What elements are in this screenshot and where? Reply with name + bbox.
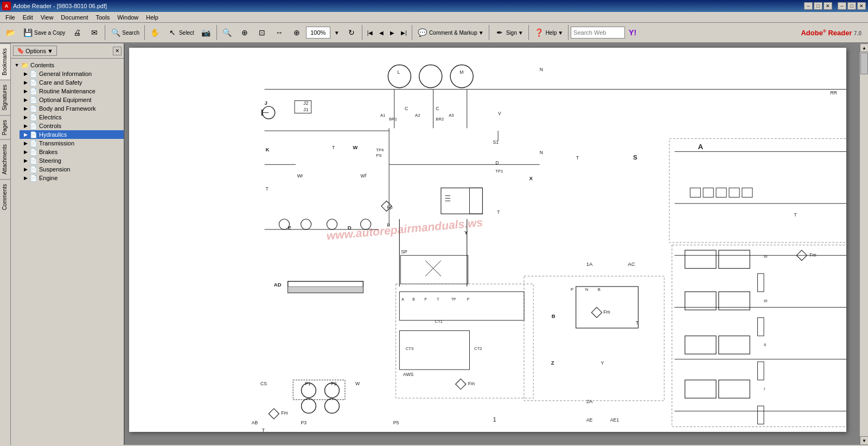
svg-text:T: T xyxy=(497,209,500,215)
pages-tab[interactable]: Pages xyxy=(0,115,10,139)
sidebar-item-body-framework[interactable]: ▶ 📄 Body and Framework xyxy=(20,104,124,113)
help-button[interactable]: ❓ Help ▼ xyxy=(531,24,566,41)
svg-text:Fm: Fm xyxy=(603,309,610,315)
sidebar-close-button[interactable]: ✕ xyxy=(113,47,122,55)
sidebar-item-electrics[interactable]: ▶ 📄 Electrics xyxy=(20,113,124,122)
search-web-input[interactable] xyxy=(571,27,625,39)
comments-tab[interactable]: Comments xyxy=(0,179,10,214)
zoom-dropdown-button[interactable]: ⊕ xyxy=(237,24,253,41)
zoom-dropdown-arrow[interactable]: ▼ xyxy=(331,24,342,41)
menu-file[interactable]: File xyxy=(2,14,18,21)
signatures-tab[interactable]: Signatures xyxy=(0,80,10,115)
pdf-view-area[interactable]: L M N RR J J2 J1 BR1 xyxy=(125,43,859,445)
folder-icon: 📂 xyxy=(5,27,16,38)
tree-root[interactable]: ▼ 📁 Contents xyxy=(11,61,124,69)
app-restore-button[interactable]: □ xyxy=(847,2,856,10)
svg-marker-69 xyxy=(591,307,602,317)
sign-button[interactable]: ✒ Sign ▼ xyxy=(492,24,526,41)
open-button[interactable]: 📂 xyxy=(2,24,18,41)
sidebar-item-care-safety[interactable]: ▶ 📄 Care and Safety xyxy=(20,78,124,87)
svg-text:N: N xyxy=(540,67,543,72)
svg-text:J1: J1 xyxy=(303,107,308,112)
hand-tool-button[interactable]: ✋ xyxy=(147,24,163,41)
bookmarks-tab[interactable]: Bookmarks xyxy=(0,43,10,80)
svg-text:M: M xyxy=(459,69,463,75)
sidebar-item-transmission[interactable]: ▶ 📄 Transmission xyxy=(20,139,124,148)
app-minimize-button[interactable]: – xyxy=(838,2,846,10)
menu-tools[interactable]: Tools xyxy=(93,14,113,21)
zoom-in-icon: ⊕ xyxy=(291,27,302,38)
svg-text:T: T xyxy=(332,145,335,150)
svg-text:A: A xyxy=(401,297,404,301)
svg-rect-155 xyxy=(758,318,764,336)
svg-text:K: K xyxy=(266,146,270,152)
svg-rect-128 xyxy=(685,336,716,354)
sidebar-item-optional-equip[interactable]: ▶ 📄 Optional Equipment xyxy=(20,95,124,104)
svg-text:AB: AB xyxy=(252,420,258,425)
sidebar-item-controls[interactable]: ▶ 📄 Controls xyxy=(20,122,124,130)
svg-text:BR2: BR2 xyxy=(436,117,444,122)
sidebar-item-routine-maint[interactable]: ▶ 📄 Routine Maintenance xyxy=(20,87,124,95)
print-button[interactable]: 🖨 xyxy=(69,24,85,41)
scroll-up-button[interactable]: ▲ xyxy=(860,43,868,52)
svg-text:Fm: Fm xyxy=(468,381,475,386)
menu-view[interactable]: View xyxy=(37,14,57,21)
attachments-tab[interactable]: Attachments xyxy=(0,139,10,179)
menu-window[interactable]: Window xyxy=(114,14,142,21)
restore-button[interactable]: □ xyxy=(814,2,822,10)
close-button[interactable]: ✕ xyxy=(824,2,832,10)
nav-prev-button[interactable]: ◀ xyxy=(376,24,386,41)
vertical-scrollbar[interactable]: ▲ ▼ xyxy=(859,43,868,445)
svg-text:B: B xyxy=(598,287,601,292)
sidebar-item-brakes[interactable]: ▶ 📄 Brakes xyxy=(20,148,124,156)
snapshot-button[interactable]: 📷 xyxy=(198,24,214,41)
refresh-button[interactable]: ↻ xyxy=(343,24,360,41)
save-copy-button[interactable]: 💾 Save a Copy xyxy=(20,24,68,41)
nav-next-button[interactable]: ▶ xyxy=(387,24,397,41)
comment-icon: 💬 xyxy=(417,27,428,38)
nav-start-button[interactable]: |◀ xyxy=(365,24,376,41)
sidebar-item-engine[interactable]: ▶ 📄 Engine xyxy=(20,174,124,182)
email-button[interactable]: ✉ xyxy=(86,24,103,41)
svg-rect-157 xyxy=(758,406,764,424)
search-button[interactable]: 🔍 Search xyxy=(107,24,142,41)
svg-point-46 xyxy=(301,219,311,230)
svg-rect-154 xyxy=(758,273,764,291)
zoom-in-button[interactable]: ⊕ xyxy=(289,24,305,41)
scroll-thumb[interactable] xyxy=(860,53,868,74)
refresh-icon: ↻ xyxy=(346,27,357,38)
svg-rect-139 xyxy=(399,292,524,321)
menu-help[interactable]: Help xyxy=(143,14,162,21)
nav-end-button[interactable]: ▶| xyxy=(398,24,410,41)
svg-text:Fm: Fm xyxy=(281,410,288,416)
svg-text:S: S xyxy=(633,154,637,161)
page-icon: 📄 xyxy=(29,79,38,86)
app-close-button[interactable]: ✕ xyxy=(857,2,866,10)
sidebar-item-steering[interactable]: ▶ 📄 Steering xyxy=(20,156,124,165)
scroll-down-button[interactable]: ▼ xyxy=(860,436,868,445)
zoom-out-button[interactable]: 🔍 xyxy=(219,24,235,41)
svg-text:1A: 1A xyxy=(586,261,593,267)
scroll-track[interactable] xyxy=(860,52,868,436)
sidebar-item-general-info[interactable]: ▶ 📄 General Information xyxy=(20,69,124,78)
sidebar-item-hydraulics[interactable]: ▶ 📄 Hydraulics xyxy=(20,130,124,139)
sidebar-item-suspension[interactable]: ▶ 📄 Suspension xyxy=(20,165,124,174)
svg-rect-58 xyxy=(288,286,363,292)
zoom-input[interactable] xyxy=(306,27,330,39)
svg-point-0 xyxy=(388,65,411,88)
expand-icon: ▶ xyxy=(22,167,29,172)
tree-children: ▶ 📄 General Information ▶ 📄 Care and Saf… xyxy=(11,69,124,182)
fit-width-button[interactable]: ↔ xyxy=(271,24,288,41)
comment-markup-button[interactable]: 💬 Comment & Markup ▼ xyxy=(414,24,487,41)
minimize-button[interactable]: – xyxy=(804,2,813,10)
page-icon: 📄 xyxy=(29,122,38,130)
save-icon: 💾 xyxy=(22,27,33,38)
menu-edit[interactable]: Edit xyxy=(20,14,36,21)
fit-page-button[interactable]: ⊡ xyxy=(254,24,270,41)
options-button[interactable]: 🔖 Options ▼ xyxy=(13,46,57,56)
menu-document[interactable]: Document xyxy=(58,14,91,21)
select-button[interactable]: ↖ Select xyxy=(164,24,197,41)
yahoo-button[interactable]: Y! xyxy=(626,24,639,41)
expand-icon: ▶ xyxy=(22,80,29,85)
item-label: Routine Maintenance xyxy=(39,88,95,94)
